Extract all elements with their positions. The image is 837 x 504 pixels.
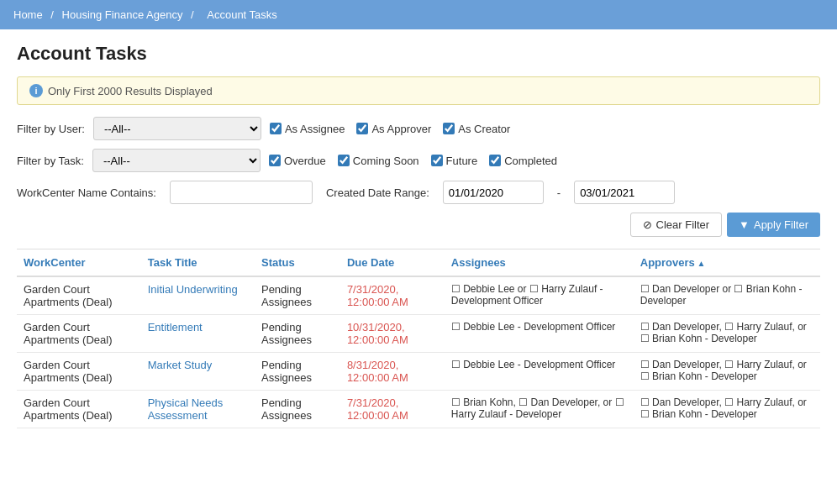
cell-task-title[interactable]: Physical Needs Assessment bbox=[141, 391, 255, 428]
cell-due-date: 10/31/2020, 12:00:00 AM bbox=[340, 315, 445, 353]
col-task-title[interactable]: Task Title bbox=[141, 249, 255, 277]
checkbox-overdue-input[interactable] bbox=[269, 155, 281, 166]
table-row: Garden Court Apartments (Deal)Market Stu… bbox=[17, 353, 820, 391]
checkbox-creator-label: As Creator bbox=[458, 123, 510, 135]
apply-filter-button[interactable]: ▼ Apply Filter bbox=[727, 213, 820, 237]
cell-task-title[interactable]: Initial Underwriting bbox=[141, 276, 255, 315]
checkbox-overdue-label: Overdue bbox=[284, 155, 326, 167]
cell-assignees: ☐ Debbie Lee - Development Officer bbox=[445, 315, 634, 353]
checkbox-group-row2: Overdue Coming Soon Future Completed bbox=[269, 155, 557, 167]
workcenter-label: WorkCenter Name Contains: bbox=[17, 186, 156, 199]
cell-approvers: ☐ Dan Developer, ☐ Harry Zulauf, or ☐ Br… bbox=[634, 315, 820, 353]
filter-user-label: Filter by User: bbox=[17, 123, 85, 135]
checkbox-creator[interactable]: As Creator bbox=[443, 123, 510, 135]
checkbox-overdue[interactable]: Overdue bbox=[269, 155, 326, 167]
cell-assignees: ☐ Debbie Lee - Development Officer bbox=[445, 353, 634, 391]
checkbox-completed[interactable]: Completed bbox=[489, 155, 557, 167]
filter-task-label: Filter by Task: bbox=[17, 155, 84, 167]
col-status[interactable]: Status bbox=[255, 249, 340, 277]
task-table: WorkCenter Task Title Status Due Date As… bbox=[17, 249, 820, 428]
page-title: Account Tasks bbox=[17, 43, 820, 65]
info-icon: i bbox=[29, 84, 43, 97]
filter-task-row: Filter by Task: --All-- Overdue Coming S… bbox=[17, 149, 820, 172]
checkbox-group-row1: As Assignee As Approver As Creator bbox=[270, 123, 511, 135]
cell-approvers: ☐ Dan Developer, ☐ Harry Zulauf, or ☐ Br… bbox=[634, 353, 820, 391]
col-due-date[interactable]: Due Date bbox=[340, 249, 445, 277]
date-to-input[interactable] bbox=[574, 181, 675, 204]
banner-text: Only First 2000 Results Displayed bbox=[48, 85, 213, 97]
checkbox-coming-soon-input[interactable] bbox=[338, 155, 350, 166]
cell-approvers: ☐ Dan Developer, ☐ Harry Zulauf, or ☐ Br… bbox=[634, 391, 820, 428]
filter-user-row: Filter by User: --All-- As Assignee As A… bbox=[17, 117, 820, 140]
breadcrumb-current: Account Tasks bbox=[207, 8, 277, 21]
cell-due-date: 7/31/2020, 12:00:00 AM bbox=[340, 276, 445, 315]
checkbox-approver-input[interactable] bbox=[356, 123, 368, 134]
breadcrumb: Home / Housing Finance Agency / Account … bbox=[0, 0, 837, 29]
breadcrumb-home[interactable]: Home bbox=[13, 8, 43, 21]
checkbox-completed-label: Completed bbox=[504, 155, 557, 167]
col-workcenter[interactable]: WorkCenter bbox=[17, 249, 141, 277]
cell-workcenter: Garden Court Apartments (Deal) bbox=[17, 276, 141, 315]
clear-filter-button[interactable]: ⊘ Clear Filter bbox=[630, 213, 723, 237]
date-range-label: Created Date Range: bbox=[326, 186, 429, 199]
col-approvers[interactable]: Approvers bbox=[634, 249, 820, 277]
table-row: Garden Court Apartments (Deal)Initial Un… bbox=[17, 276, 820, 315]
checkbox-coming-soon[interactable]: Coming Soon bbox=[338, 155, 419, 167]
table-header-row: WorkCenter Task Title Status Due Date As… bbox=[17, 249, 820, 277]
cell-workcenter: Garden Court Apartments (Deal) bbox=[17, 353, 141, 391]
clear-filter-label: Clear Filter bbox=[656, 218, 710, 231]
cell-status: Pending Assignees bbox=[255, 315, 340, 353]
checkbox-approver-label: As Approver bbox=[371, 123, 431, 135]
cell-workcenter: Garden Court Apartments (Deal) bbox=[17, 315, 141, 353]
apply-filter-label: Apply Filter bbox=[754, 218, 808, 231]
checkbox-creator-input[interactable] bbox=[443, 123, 455, 134]
checkbox-completed-input[interactable] bbox=[489, 155, 501, 166]
checkbox-assignee-label: As Assignee bbox=[285, 123, 345, 135]
filter-buttons-row: ⊘ Clear Filter ▼ Apply Filter bbox=[17, 213, 820, 237]
filter-icon: ▼ bbox=[739, 218, 750, 231]
filter-workcenter-row: WorkCenter Name Contains: Created Date R… bbox=[17, 181, 820, 204]
cell-status: Pending Assignees bbox=[255, 353, 340, 391]
filter-user-select[interactable]: --All-- bbox=[93, 117, 261, 140]
cell-task-title[interactable]: Market Study bbox=[141, 353, 255, 391]
checkbox-future[interactable]: Future bbox=[431, 155, 478, 167]
col-assignees[interactable]: Assignees bbox=[445, 249, 634, 277]
workcenter-input[interactable] bbox=[170, 181, 313, 204]
ban-icon: ⊘ bbox=[643, 218, 652, 231]
checkbox-approver[interactable]: As Approver bbox=[356, 123, 431, 135]
filter-task-select[interactable]: --All-- bbox=[92, 149, 261, 172]
cell-due-date: 7/31/2020, 12:00:00 AM bbox=[340, 391, 445, 428]
checkbox-coming-soon-label: Coming Soon bbox=[353, 155, 419, 167]
checkbox-assignee-input[interactable] bbox=[270, 123, 282, 134]
cell-status: Pending Assignees bbox=[255, 391, 340, 428]
cell-assignees: ☐ Debbie Lee or ☐ Harry Zulauf - Develop… bbox=[445, 276, 634, 315]
cell-approvers: ☐ Dan Developer or ☐ Brian Kohn - Develo… bbox=[634, 276, 820, 315]
info-banner: i Only First 2000 Results Displayed bbox=[17, 76, 820, 105]
date-from-input[interactable] bbox=[443, 181, 544, 204]
cell-task-title[interactable]: Entitlement bbox=[141, 315, 255, 353]
checkbox-future-label: Future bbox=[446, 155, 478, 167]
breadcrumb-agency[interactable]: Housing Finance Agency bbox=[62, 8, 183, 21]
date-separator: - bbox=[557, 186, 561, 199]
cell-status: Pending Assignees bbox=[255, 276, 340, 315]
table-row: Garden Court Apartments (Deal)Entitlemen… bbox=[17, 315, 820, 353]
cell-due-date: 8/31/2020, 12:00:00 AM bbox=[340, 353, 445, 391]
checkbox-future-input[interactable] bbox=[431, 155, 443, 166]
checkbox-assignee[interactable]: As Assignee bbox=[270, 123, 345, 135]
table-row: Garden Court Apartments (Deal)Physical N… bbox=[17, 391, 820, 428]
cell-assignees: ☐ Brian Kohn, ☐ Dan Developer, or ☐ Harr… bbox=[445, 391, 634, 428]
cell-workcenter: Garden Court Apartments (Deal) bbox=[17, 391, 141, 428]
